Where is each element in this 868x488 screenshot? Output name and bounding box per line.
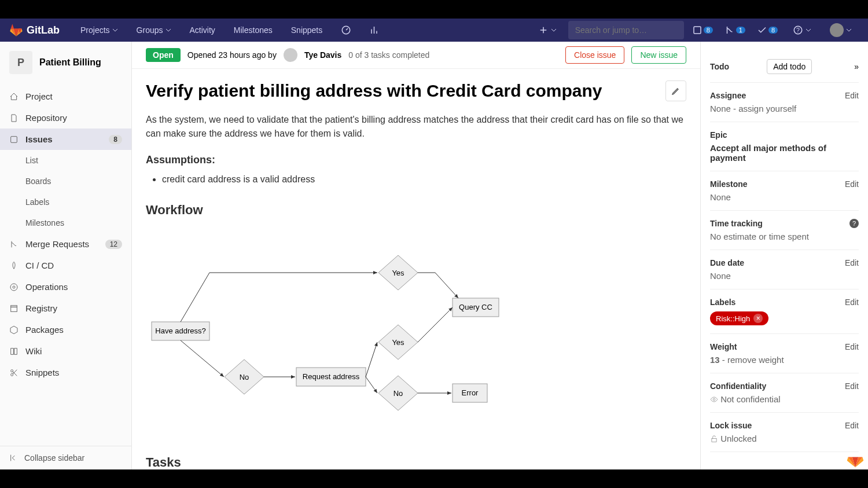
project-avatar: P <box>9 51 32 74</box>
rb-milestone-title: Milestone <box>710 179 748 189</box>
nav-stats[interactable] <box>363 19 387 42</box>
home-icon <box>9 92 19 101</box>
expand-sidebar[interactable]: » <box>854 62 859 71</box>
rb-lock-value: Unlocked <box>710 434 859 443</box>
sidebar-item-cicd[interactable]: CI / CD <box>0 255 131 276</box>
rb-milestone-edit[interactable]: Edit <box>845 179 859 189</box>
issue-title: Verify patient billing address with Cred… <box>146 80 656 101</box>
rb-lock-edit[interactable]: Edit <box>845 421 859 430</box>
assumption-item: credit card address is a valid address <box>162 173 686 186</box>
svg-point-24 <box>713 398 715 401</box>
chevron-down-icon <box>846 27 852 33</box>
sidebar-item-boards[interactable]: Boards <box>0 171 131 192</box>
remove-label-icon[interactable]: × <box>753 314 763 323</box>
issues-count: 8 <box>109 135 122 144</box>
todo-icon <box>757 25 767 35</box>
nav-groups[interactable]: Groups <box>130 19 178 42</box>
nav-projects[interactable]: Projects <box>73 19 125 42</box>
nav-todo-counter[interactable]: 8 <box>753 25 781 35</box>
chevron-down-icon <box>551 27 557 33</box>
search-input[interactable] <box>575 25 676 35</box>
rb-weight-edit[interactable]: Edit <box>845 342 859 351</box>
sidebar-item-wiki[interactable]: Wiki <box>0 340 131 362</box>
new-issue-button[interactable]: New issue <box>631 46 686 64</box>
sidebar-item-repository[interactable]: Repository <box>0 107 131 129</box>
unlock-icon <box>710 435 718 443</box>
sidebar-item-labels[interactable]: Labels <box>0 192 131 212</box>
chart-icon <box>370 25 380 35</box>
rb-weight-value[interactable]: 13 - remove weight <box>710 355 859 365</box>
plus-icon <box>538 25 549 35</box>
package-icon <box>9 325 19 335</box>
nav-snippets[interactable]: Snippets <box>284 19 329 42</box>
rb-conf-value: Not confidential <box>710 394 859 404</box>
operations-icon <box>9 282 19 292</box>
pencil-icon <box>671 86 681 96</box>
rb-todo-title: Todo <box>710 62 729 71</box>
rb-time-title: Time tracking <box>710 219 763 228</box>
edit-title-button[interactable] <box>665 80 686 101</box>
rb-due-value: None <box>710 271 859 281</box>
rb-labels-edit[interactable]: Edit <box>845 298 859 307</box>
rb-lock-title: Lock issue <box>710 421 752 430</box>
rb-assignee-edit[interactable]: Edit <box>845 91 859 100</box>
rb-conf-edit[interactable]: Edit <box>845 381 859 391</box>
nav-gauge[interactable] <box>334 19 358 42</box>
sidebar-item-operations[interactable]: Operations <box>0 276 131 298</box>
search-box[interactable] <box>568 21 684 39</box>
sidebar-item-snippets[interactable]: Snippets <box>0 362 131 383</box>
issue-description: As the system, we need to validate that … <box>146 113 686 141</box>
gitlab-logo[interactable]: GitLab <box>9 23 60 37</box>
merge-icon <box>724 25 735 35</box>
chevron-down-icon <box>806 27 811 33</box>
svg-text:Yes: Yes <box>392 269 404 277</box>
project-header[interactable]: P Patient Billing <box>0 42 131 83</box>
label-pill[interactable]: Risk::High× <box>710 311 768 325</box>
close-issue-button[interactable]: Close issue <box>565 46 624 64</box>
svg-text:Query CC: Query CC <box>459 303 492 311</box>
svg-rect-2 <box>694 27 701 34</box>
svg-rect-9 <box>11 305 17 307</box>
svg-rect-5 <box>11 136 17 142</box>
svg-point-6 <box>13 286 15 288</box>
sidebar-item-packages[interactable]: Packages <box>0 319 131 340</box>
nav-milestones[interactable]: Milestones <box>227 19 279 42</box>
sidebar-item-registry[interactable]: Registry <box>0 298 131 319</box>
sidebar-item-merge-requests[interactable]: Merge Requests12 <box>0 233 131 255</box>
add-todo-button[interactable]: Add todo <box>767 59 812 74</box>
rb-conf-title: Confidentiality <box>710 381 766 391</box>
sidebar-item-project[interactable]: Project <box>0 86 131 107</box>
brand-text: GitLab <box>27 24 60 36</box>
user-avatar <box>830 23 844 37</box>
gauge-icon <box>341 25 351 35</box>
help-icon[interactable]: ? <box>849 219 859 228</box>
left-sidebar: P Patient Billing Project Repository Iss… <box>0 42 132 469</box>
rb-due-title: Due date <box>710 258 744 267</box>
rb-epic-title: Epic <box>710 130 727 140</box>
top-nav: GitLab Projects Groups Activity Mileston… <box>0 19 868 42</box>
gitlab-icon <box>9 23 23 37</box>
author-avatar[interactable] <box>284 48 297 62</box>
collapse-icon <box>9 453 19 463</box>
nav-help[interactable]: ? <box>786 19 818 42</box>
rb-due-edit[interactable]: Edit <box>845 258 859 267</box>
nav-activity[interactable]: Activity <box>183 19 222 42</box>
nav-mr-counter[interactable]: 1 <box>721 25 749 35</box>
rb-assignee-value[interactable]: None - assign yourself <box>710 104 859 113</box>
svg-text:No: No <box>240 373 249 381</box>
sidebar-item-milestones[interactable]: Milestones <box>0 212 131 233</box>
author-name[interactable]: Tye Davis <box>304 50 341 60</box>
merge-icon <box>9 240 19 249</box>
status-badge: Open <box>146 48 181 62</box>
help-icon: ? <box>793 25 803 35</box>
nav-issues-counter[interactable]: 8 <box>689 25 716 35</box>
nav-plus[interactable] <box>531 19 564 42</box>
rb-epic-value[interactable]: Accept all major methods of payment <box>710 143 859 163</box>
mr-count: 12 <box>105 240 122 249</box>
opened-text: Opened 23 hours ago by <box>187 50 277 60</box>
sidebar-item-list[interactable]: List <box>0 150 131 171</box>
file-icon <box>9 113 19 123</box>
collapse-sidebar[interactable]: Collapse sidebar <box>0 446 131 469</box>
nav-user-menu[interactable] <box>823 19 859 42</box>
sidebar-item-issues[interactable]: Issues8 <box>0 129 131 150</box>
